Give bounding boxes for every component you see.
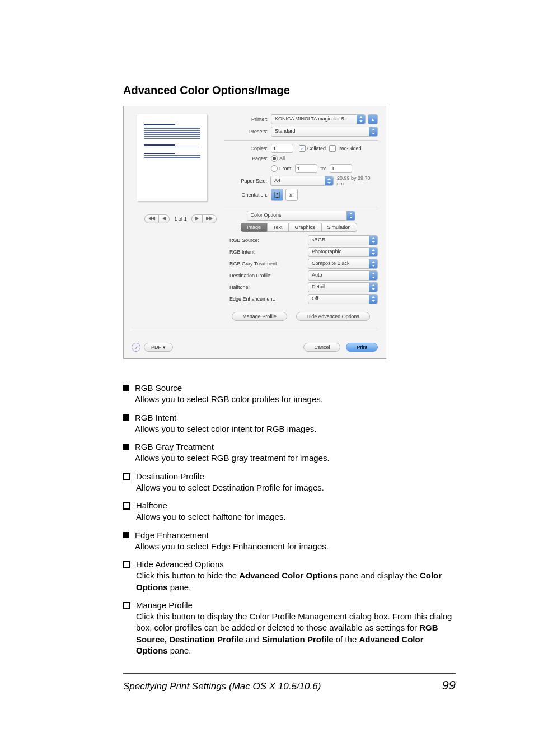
bullet-icon: [123, 602, 130, 609]
edge-enh-value: Off: [312, 296, 318, 301]
rgb-gray-value: Composite Black: [312, 260, 350, 266]
list-item: Edge EnhancementAllows you to select Edg…: [123, 530, 456, 553]
tab-text[interactable]: Text: [267, 223, 289, 232]
print-button[interactable]: Print: [346, 343, 378, 352]
pdf-menu-button[interactable]: PDF ▾: [144, 343, 173, 352]
list-item-text: Manage ProfileClick this button to displ…: [136, 600, 456, 656]
paper-size-value: A4: [274, 178, 280, 183]
printer-label: Printer:: [224, 116, 271, 122]
presets-label: Presets:: [224, 129, 271, 134]
chevron-down-icon: [369, 271, 377, 280]
rgb-intent-select[interactable]: Photographic: [308, 247, 378, 257]
pager-first-button[interactable]: ◀◀: [144, 214, 158, 223]
chevron-down-icon: [369, 236, 377, 245]
pager-prev-button[interactable]: ◀: [158, 214, 170, 223]
orientation-label: Orientation:: [224, 192, 271, 198]
pages-all-radio[interactable]: [271, 155, 278, 162]
description-list: RGB SourceAllows you to select RGB color…: [123, 382, 456, 656]
tab-graphics[interactable]: Graphics: [289, 223, 321, 232]
pager-next-button[interactable]: ▶: [191, 214, 202, 223]
list-item-title: RGB Gray Treatment: [135, 441, 330, 452]
list-item-body: Allows you to select RGB color profiles …: [135, 394, 323, 405]
bullet-icon: [123, 561, 130, 568]
chevron-down-icon: [369, 259, 377, 268]
edge-enh-label: Edge Enhancement:: [224, 296, 308, 302]
pane-select[interactable]: Color Options: [247, 211, 355, 221]
printer-status-button[interactable]: ▲: [368, 114, 378, 124]
cancel-button[interactable]: Cancel: [303, 343, 340, 352]
chevron-down-icon: [369, 127, 377, 136]
pager-last-button[interactable]: ▶▶: [202, 214, 217, 223]
rgb-source-label: RGB Source:: [224, 237, 308, 243]
list-item-title: RGB Source: [135, 382, 323, 394]
list-item-body: Click this button to hide the Advanced C…: [136, 570, 456, 593]
list-item: RGB IntentAllows you to select color int…: [123, 412, 456, 435]
list-item-title: Manage Profile: [136, 600, 456, 611]
collated-label: Collated: [307, 146, 326, 151]
rgb-source-select[interactable]: sRGB: [308, 235, 378, 245]
list-item-text: RGB Gray TreatmentAllows you to select R…: [135, 441, 330, 464]
tab-simulation[interactable]: Simulation: [321, 223, 357, 232]
chevron-down-icon: [346, 211, 355, 220]
collated-checkbox[interactable]: [299, 145, 306, 152]
pages-label: Pages:: [224, 156, 271, 161]
list-item-text: Hide Advanced OptionsClick this button t…: [136, 559, 456, 593]
printer-select[interactable]: KONICA MINOLTA magicolor 5...: [271, 114, 366, 124]
pages-to-input[interactable]: [330, 164, 352, 173]
bullet-icon: [123, 473, 130, 480]
dest-profile-select[interactable]: Auto: [308, 270, 378, 281]
list-item-body: Allows you to select RGB gray treatment …: [135, 452, 330, 464]
pages-to-label: to:: [317, 166, 330, 171]
preview-thumbnail: [137, 114, 207, 201]
halftone-select[interactable]: Detail: [308, 282, 378, 292]
edge-enh-select[interactable]: Off: [308, 294, 378, 304]
chevron-down-icon: [325, 176, 333, 185]
pager-label: 1 of 1: [174, 216, 187, 222]
orientation-landscape-button[interactable]: [285, 189, 298, 201]
chevron-down-icon: [369, 248, 377, 256]
help-button[interactable]: ?: [132, 343, 140, 352]
list-item: RGB Gray TreatmentAllows you to select R…: [123, 441, 456, 464]
list-item-body: Allows you to select halftone for images…: [136, 511, 286, 522]
copies-input[interactable]: [271, 144, 293, 153]
list-item: RGB SourceAllows you to select RGB color…: [123, 382, 456, 405]
svg-point-3: [290, 194, 292, 196]
list-item-body: Allows you to select Destination Profile…: [136, 482, 324, 493]
chevron-down-icon: [369, 295, 377, 304]
paper-size-label: Paper Size:: [224, 178, 270, 184]
rgb-intent-value: Photographic: [312, 249, 341, 254]
list-item-title: RGB Intent: [135, 412, 316, 423]
rgb-gray-label: RGB Gray Treatment:: [224, 261, 308, 267]
tab-image[interactable]: Image: [241, 223, 267, 232]
presets-select[interactable]: Standard: [271, 127, 378, 137]
hide-advanced-button[interactable]: Hide Advanced Options: [296, 312, 370, 321]
person-portrait-icon: [274, 192, 280, 198]
pages-from-input[interactable]: [295, 164, 317, 173]
paper-dimensions: 20.99 by 29.70 cm: [334, 175, 378, 186]
list-item-title: Destination Profile: [136, 471, 324, 482]
preview-pager: ◀◀ ◀ 1 of 1 ▶ ▶▶: [137, 214, 224, 223]
halftone-label: Halftone:: [224, 284, 308, 290]
two-sided-label: Two-Sided: [338, 146, 362, 151]
list-item-text: Edge EnhancementAllows you to select Edg…: [135, 530, 329, 553]
pages-from-label: From:: [279, 166, 293, 171]
rgb-gray-select[interactable]: Composite Black: [308, 259, 378, 269]
halftone-value: Detail: [312, 284, 325, 290]
paper-size-select[interactable]: A4: [270, 176, 334, 186]
orientation-portrait-button[interactable]: [271, 189, 283, 201]
list-item-body: Click this button to display the Color P…: [136, 611, 456, 656]
copies-label: Copies:: [224, 146, 271, 151]
color-options-tabs: Image Text Graphics Simulation: [241, 223, 378, 232]
list-item-title: Edge Enhancement: [135, 530, 329, 541]
list-item: Hide Advanced OptionsClick this button t…: [123, 559, 456, 593]
list-item-text: RGB IntentAllows you to select color int…: [135, 412, 316, 435]
manage-profile-button[interactable]: Manage Profile: [232, 312, 287, 321]
list-item-title: Halftone: [136, 500, 286, 511]
list-item: HalftoneAllows you to select halftone fo…: [123, 500, 456, 523]
pane-select-value: Color Options: [251, 212, 282, 218]
pages-range-radio[interactable]: [271, 165, 278, 172]
two-sided-checkbox[interactable]: [329, 145, 336, 152]
list-item-text: RGB SourceAllows you to select RGB color…: [135, 382, 323, 405]
list-item-body: Allows you to select color intent for RG…: [135, 423, 316, 435]
list-item-text: HalftoneAllows you to select halftone fo…: [136, 500, 286, 523]
